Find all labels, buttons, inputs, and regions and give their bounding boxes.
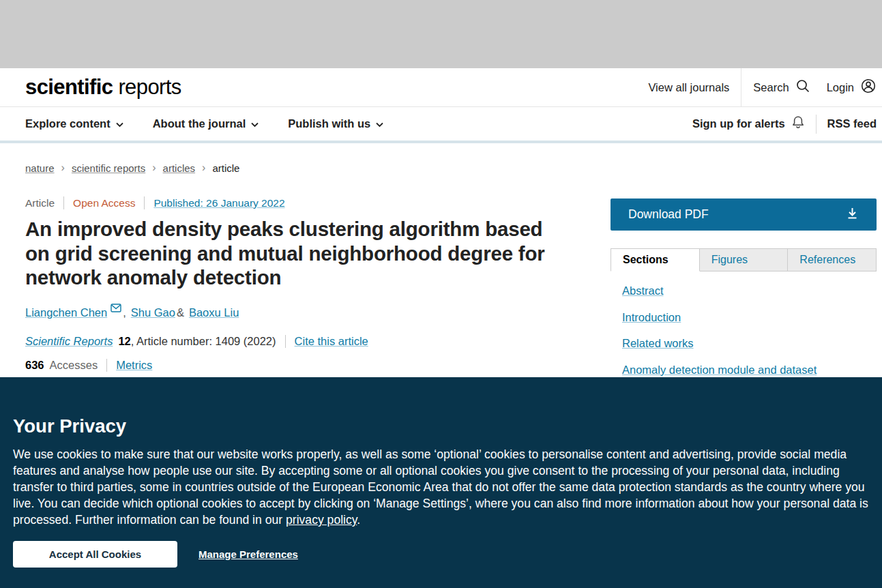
chevron-right-icon: › <box>202 162 205 174</box>
breadcrumb: nature › scientific reports › articles ›… <box>25 162 568 174</box>
author-link-baoxu-liu[interactable]: Baoxu Liu <box>189 306 239 319</box>
site-header: scientific reports View all journals Sea… <box>0 68 882 107</box>
cookie-banner-text: We use cookies to make sure that our web… <box>13 446 869 528</box>
breadcrumb-articles[interactable]: articles <box>163 162 196 174</box>
download-icon <box>846 207 859 223</box>
nav-publish-with-us[interactable]: Publish with us <box>288 117 383 130</box>
nav-publish-label: Publish with us <box>288 117 370 130</box>
manage-preferences-link[interactable]: Manage Preferences <box>199 548 298 560</box>
author-list: Liangchen Chen , Shu Gao & Baoxu Liu <box>25 306 568 319</box>
nav-explore-content[interactable]: Explore content <box>25 117 123 130</box>
tab-references[interactable]: References <box>788 248 877 271</box>
chevron-down-icon <box>376 117 383 130</box>
login-button[interactable]: Login <box>827 78 877 97</box>
sidebar-tabs: Sections Figures References <box>611 248 877 271</box>
alerts-label: Sign up for alerts <box>692 117 785 130</box>
search-label: Search <box>753 81 789 94</box>
rss-feed-link[interactable]: RSS feed <box>827 117 877 130</box>
article-sidebar: Download PDF Sections Figures References… <box>611 143 877 389</box>
nav-about-label: About the journal <box>153 117 246 130</box>
primary-nav: Explore content About the journal Publis… <box>0 107 882 143</box>
open-access-label: Open Access <box>73 197 135 209</box>
article-number: , Article number: 1409 (2022) <box>131 335 276 348</box>
meta-divider <box>63 196 64 209</box>
chevron-right-icon: › <box>61 162 65 174</box>
chevron-down-icon <box>116 117 123 130</box>
nav-explore-label: Explore content <box>25 117 111 130</box>
breadcrumb-scientific-reports[interactable]: scientific reports <box>72 162 145 174</box>
chevron-right-icon: › <box>152 162 156 174</box>
view-all-journals-label: View all journals <box>648 81 729 94</box>
accesses-label: Accesses <box>50 359 98 372</box>
metrics-row: 636 Accesses Metrics <box>25 359 568 372</box>
meta-divider <box>144 196 145 209</box>
logo-text-bold: scientific <box>25 75 113 100</box>
journal-volume: 12 <box>118 335 130 348</box>
section-link-introduction[interactable]: Introduction <box>622 311 877 324</box>
login-label: Login <box>827 81 854 94</box>
breadcrumb-nature[interactable]: nature <box>25 162 55 174</box>
login-user-icon <box>860 78 877 97</box>
cookie-banner-actions: Accept All Cookies Manage Preferences <box>13 541 869 568</box>
rss-label: RSS feed <box>827 117 877 130</box>
header-divider <box>741 68 741 107</box>
privacy-policy-link[interactable]: privacy policy <box>286 513 357 527</box>
article-title: An improved density peaks clustering alg… <box>25 217 565 290</box>
section-link-related-works[interactable]: Related works <box>622 337 877 350</box>
section-link-list: Abstract Introduction Related works Anom… <box>611 284 877 377</box>
tab-figures[interactable]: Figures <box>700 248 789 271</box>
citation-divider <box>285 335 286 348</box>
article-type-label: Article <box>25 197 55 209</box>
author-link-shu-gao[interactable]: Shu Gao <box>131 306 175 319</box>
breadcrumb-article: article <box>212 162 239 174</box>
bell-icon <box>791 115 805 132</box>
cookie-text-before-link: We use cookies to make sure that our web… <box>13 447 868 527</box>
tab-sections[interactable]: Sections <box>611 248 700 271</box>
journal-link[interactable]: Scientific Reports <box>25 335 113 348</box>
search-icon <box>795 78 810 96</box>
metrics-link[interactable]: Metrics <box>116 359 152 372</box>
accept-all-cookies-button[interactable]: Accept All Cookies <box>13 541 177 568</box>
email-envelope-icon[interactable] <box>111 302 121 315</box>
cite-this-article-link[interactable]: Cite this article <box>295 335 368 348</box>
author-separator: , <box>123 306 126 319</box>
cookie-text-after-link: . <box>357 513 360 527</box>
citation-row: Scientific Reports 12 , Article number: … <box>25 335 568 348</box>
cookie-banner-title: Your Privacy <box>13 377 869 437</box>
article-meta-row: Article Open Access Published: 26 Januar… <box>25 196 568 209</box>
nav-divider <box>816 115 817 134</box>
section-link-anomaly-detection[interactable]: Anomaly detection module and dataset <box>622 364 877 377</box>
metrics-divider <box>106 359 107 372</box>
download-pdf-label: Download PDF <box>628 207 709 222</box>
accesses-count: 636 <box>25 359 44 372</box>
view-all-journals-link[interactable]: View all journals <box>648 81 729 94</box>
author-link-liangchen-chen[interactable]: Liangchen Chen <box>25 306 107 319</box>
journal-logo[interactable]: scientific reports <box>25 75 181 100</box>
author-separator: & <box>177 306 184 319</box>
sign-up-alerts-link[interactable]: Sign up for alerts <box>692 115 805 132</box>
ad-placeholder-strip <box>0 0 882 68</box>
section-link-abstract[interactable]: Abstract <box>622 284 877 297</box>
search-button[interactable]: Search <box>753 78 810 96</box>
nav-about-journal[interactable]: About the journal <box>153 117 259 130</box>
page-content: nature › scientific reports › articles ›… <box>0 143 882 389</box>
download-pdf-button[interactable]: Download PDF <box>611 199 877 231</box>
chevron-down-icon <box>251 117 259 130</box>
published-date-link[interactable]: Published: 26 January 2022 <box>153 197 284 209</box>
cookie-consent-banner: Your Privacy We use cookies to make sure… <box>0 377 882 588</box>
logo-text-regular: reports <box>118 75 181 100</box>
